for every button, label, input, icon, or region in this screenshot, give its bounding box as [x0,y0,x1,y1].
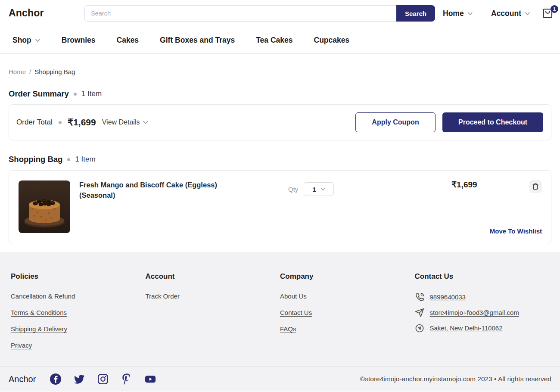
nav-item-tea-cakes[interactable]: Tea Cakes [256,36,292,45]
nav-item-shop[interactable]: Shop [12,36,40,45]
phone-icon [415,292,424,302]
footer-column-title: Company [280,272,415,281]
chevron-down-icon [525,11,530,16]
chevron-down-icon [467,11,473,16]
breadcrumb-home[interactable]: Home [9,68,26,75]
nav-item-cupcakes[interactable]: Cupcakes [314,36,350,45]
copyright-text: ©store4imojo-anchor.myinstamojo.com 2023… [360,375,551,383]
youtube-icon[interactable] [145,373,156,385]
product-image[interactable] [19,180,70,233]
footer-column-contact: Contact Us 9899640033 store4imojo+food3@… [415,272,550,366]
search-input[interactable] [84,5,396,22]
view-details-label: View Details [102,118,140,126]
home-menu[interactable]: Home [443,0,473,27]
qty-label: Qty [288,186,298,193]
move-to-wishlist-link[interactable]: Move To Wishlist [490,227,542,235]
location-icon [415,324,424,333]
order-summary-heading: Order Summary 1 Item [9,89,551,99]
footer-link-privacy[interactable]: Privacy [11,342,32,349]
footer-column-account: Account Track Order [146,272,280,366]
cart-button[interactable]: 1 [541,6,557,21]
shopping-bag-count: 1 Item [75,155,95,164]
item-price: ₹1,699 [451,180,477,190]
pinterest-icon[interactable] [121,373,132,385]
order-actions: Apply Coupon Proceed to Checkout [355,112,543,132]
quantity-dropdown[interactable]: 1 [304,182,334,196]
chevron-down-icon [143,119,149,125]
footer-column-policies: Policies Cancellation & Refund Terms & C… [11,272,146,366]
contact-email-link[interactable]: store4imojo+food3@gmail.com [430,309,519,317]
footer-column-title: Contact Us [415,272,550,281]
social-links [50,373,156,385]
footer-link-shipping-delivery[interactable]: Shipping & Delivery [11,325,67,333]
contact-phone-link[interactable]: 9899640033 [430,293,466,301]
cake-photo [19,180,70,233]
breadcrumb-separator: / [29,68,31,75]
footer-column-title: Policies [11,272,146,281]
footer-link-contact-us[interactable]: Contact Us [280,309,312,317]
quantity-value: 1 [312,186,316,193]
order-total-card: Order Total ₹1,699 View Details Apply Co… [9,104,551,140]
contact-phone-row: 9899640033 [415,292,550,302]
breadcrumb-current: Shopping Bag [34,68,75,75]
contact-address-link[interactable]: Saket, New Delhi-110062 [430,324,503,332]
dot-separator [67,158,70,161]
contact-email-row: store4imojo+food3@gmail.com [415,308,550,317]
send-icon [415,308,424,317]
chevron-down-icon [320,187,326,192]
footer-link-track-order[interactable]: Track Order [146,292,180,300]
contact-address-row: Saket, New Delhi-110062 [415,324,550,333]
view-details-toggle[interactable]: View Details [102,118,149,126]
search-button[interactable]: Search [396,5,435,22]
footer-link-about-us[interactable]: About Us [280,292,307,300]
search-bar: Search [84,5,435,22]
order-summary-title: Order Summary [9,89,69,99]
header: Anchor Search Home Account 1 [0,0,560,27]
facebook-icon[interactable] [50,373,61,385]
nav-item-brownies[interactable]: Brownies [62,36,96,45]
footer: Policies Cancellation & Refund Terms & C… [0,252,560,392]
nav-item-label: Cupcakes [314,36,350,45]
product-name[interactable]: Fresh Mango and Biscoff Cake (Eggless) (… [79,180,221,200]
footer-link-terms-conditions[interactable]: Terms & Conditions [11,309,67,317]
proceed-to-checkout-button[interactable]: Proceed to Checkout [442,112,543,132]
home-menu-label: Home [443,9,464,18]
order-summary-count: 1 Item [81,90,102,98]
instagram-icon[interactable] [97,373,109,385]
apply-coupon-button[interactable]: Apply Coupon [355,112,436,132]
nav-item-label: Gift Boxes and Trays [160,36,235,45]
order-total-label: Order Total [16,118,53,127]
cart-item-row: Fresh Mango and Biscoff Cake (Eggless) (… [9,170,551,244]
trash-icon [532,183,539,190]
nav-item-label: Cakes [117,36,139,45]
nav-item-cakes[interactable]: Cakes [117,36,139,45]
shopping-bag-title: Shopping Bag [9,155,62,164]
category-nav: Shop Brownies Cakes Gift Boxes and Trays… [0,27,560,54]
account-menu-label: Account [491,9,521,18]
dot-separator [74,93,77,96]
footer-column-title: Account [146,272,280,281]
footer-column-company: Company About Us Contact Us FAQs [280,272,415,366]
twitter-icon[interactable] [74,373,85,385]
account-menu[interactable]: Account [491,0,530,27]
footer-logo: Anchor [9,374,36,384]
nav-item-label: Brownies [62,36,96,45]
cart-count-badge: 1 [551,5,558,13]
store-logo[interactable]: Anchor [9,7,44,19]
nav-item-label: Tea Cakes [256,36,292,45]
order-total-amount: ₹1,699 [68,117,96,128]
footer-bottom-bar: Anchor ©store4imojo-anchor.myinstam [0,366,560,392]
shopping-bag-heading: Shopping Bag 1 Item [9,155,551,164]
nav-item-label: Shop [12,36,31,45]
footer-link-cancellation-refund[interactable]: Cancellation & Refund [11,292,75,300]
quantity-control: Qty 1 [288,182,334,196]
footer-link-faqs[interactable]: FAQs [280,325,296,333]
order-total-info: Order Total ₹1,699 View Details [16,117,149,128]
nav-item-gift-boxes[interactable]: Gift Boxes and Trays [160,36,235,45]
shopping-bag-page: Anchor Search Home Account 1 Shop Browni… [0,0,560,392]
chevron-down-icon [35,37,40,43]
dot-separator [59,121,62,124]
breadcrumb: Home / Shopping Bag [9,68,551,75]
remove-item-button[interactable] [529,180,542,193]
